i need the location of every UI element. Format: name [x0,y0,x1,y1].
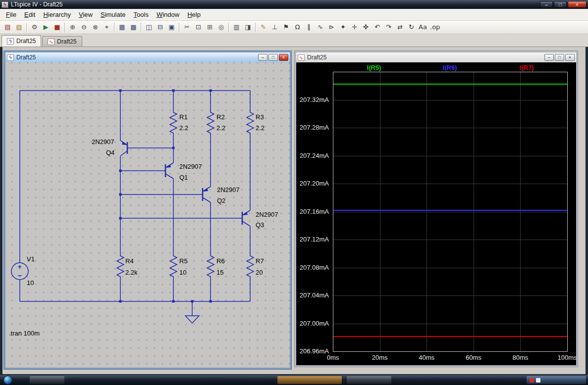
draft-wire-button[interactable]: ✎ [258,22,269,33]
ground-button[interactable]: ⊥ [269,22,280,33]
component-type[interactable]: 2N2907 [179,163,202,170]
zoom-back-button[interactable]: ⊖ [78,22,90,33]
waveform-maximize-button[interactable] [555,54,564,61]
waveform-minimize-button[interactable] [544,54,554,61]
schematic-titlebar[interactable]: Draft25 [5,52,290,62]
system-tray[interactable] [527,376,586,384]
component-value[interactable]: 10 [179,269,186,276]
component-ref[interactable]: R1 [179,113,188,121]
component-type[interactable]: 2N2907 [256,211,278,218]
window-minimize-button[interactable] [540,1,553,8]
redo-button[interactable]: ↷ [383,22,394,33]
menu-view[interactable]: View [75,9,97,20]
component-ref[interactable]: Q2 [217,197,225,204]
component-ref[interactable]: R5 [179,257,188,265]
legend-item-1[interactable]: I(R5) [367,64,381,71]
component-value[interactable]: 2.2 [179,124,188,132]
tray-icon-2[interactable] [536,378,540,383]
component-value[interactable]: 2.2k [125,269,138,276]
legend-item-3[interactable]: I(R7) [520,64,534,71]
mark-unconnected-button[interactable]: ▩ [128,22,139,33]
component-button[interactable]: ✦ [337,22,349,33]
component-value[interactable]: 2.2 [216,124,225,132]
schematic-close-button[interactable] [279,54,288,61]
resistor-button[interactable]: Ω [292,22,303,33]
component-ref[interactable]: R7 [256,257,264,265]
tab-1-draft25[interactable]: Draft25 [1,35,41,47]
schematic-minimize-button[interactable] [258,54,267,61]
window-maximize-button[interactable] [554,1,567,8]
undo-button[interactable]: ↶ [372,22,383,33]
capacitor-button[interactable]: ‖ [303,22,315,33]
drag-button[interactable]: ✜ [360,22,372,33]
menu-help[interactable]: Help [183,9,205,20]
tile-vertical-button[interactable]: ⊟ [155,22,166,33]
component-value[interactable]: 2.2 [256,124,265,132]
component-ref[interactable]: V1 [27,255,35,263]
start-button[interactable] [3,376,12,385]
main-titlebar[interactable]: LTspice IV - Draft25 [0,0,588,9]
diode-button[interactable]: ⊳ [326,22,337,33]
zoom-full-extents-button[interactable]: ⊗ [90,22,101,33]
zoom-in-button[interactable]: ⊕ [67,22,78,33]
component-type[interactable]: 2N2907 [217,186,240,193]
spice-directive[interactable]: .tran 100m [9,330,40,337]
inductor-button[interactable]: ∿ [315,22,326,33]
component-ref[interactable]: R3 [256,113,264,121]
component-value[interactable]: 10 [27,279,34,287]
schematic-canvas[interactable]: R1 2.2 R2 2.2 R3 2.2 2N2907 Q4 2N2907 Q1… [5,62,290,368]
paste-button[interactable]: ⊞ [204,22,215,33]
print-preview-button[interactable]: ◨ [242,22,254,33]
move-button[interactable]: ✛ [349,22,360,33]
find-button[interactable]: ◎ [215,22,227,33]
tray-icon-1[interactable] [530,378,534,383]
copy-button[interactable]: ⊡ [193,22,204,33]
mirror-button[interactable]: ⇄ [394,22,406,33]
schematic-content[interactable]: R1 2.2 R2 2.2 R3 2.2 2N2907 Q4 2N2907 Q1… [5,62,290,368]
component-ref[interactable]: Q1 [179,174,188,181]
pan-button[interactable]: ⌖ [101,22,112,33]
component-ref[interactable]: Q3 [256,221,264,229]
tab-2-draft25[interactable]: Draft25 [42,36,82,47]
open-file-button[interactable]: ▨ [13,22,25,33]
component-value[interactable]: 15 [216,269,223,276]
cut-button[interactable]: ✂ [181,22,193,33]
tile-horizontal-button[interactable]: ◫ [143,22,155,33]
rotate-button[interactable]: ↻ [406,22,417,33]
taskbar-item-2[interactable] [277,376,342,384]
trace-3 [333,336,567,337]
component-type[interactable]: 2N2907 [92,138,114,145]
legend-item-2[interactable]: I(R6) [443,64,457,71]
menu-file[interactable]: File [2,9,20,20]
taskbar-item-3[interactable] [347,376,391,384]
component-value[interactable]: 20 [256,269,263,276]
waveform-close-button[interactable] [565,54,575,61]
component-ref[interactable]: Q4 [106,149,114,156]
run-button[interactable]: ▶ [40,22,52,33]
component-ref[interactable]: R6 [216,257,225,265]
spice-directive-button[interactable]: .op [428,22,441,33]
menu-hierarchy[interactable]: Hierarchy [39,9,75,20]
menu-window[interactable]: Window [153,9,183,20]
taskbar-item-1[interactable] [30,376,64,384]
cascade-windows-button[interactable]: ▣ [166,22,177,33]
halt-button[interactable]: ■ [52,22,63,33]
menu-edit[interactable]: Edit [20,9,39,20]
menu-tools[interactable]: Tools [130,9,153,20]
schematic-maximize-button[interactable] [268,54,278,61]
waveform-titlebar[interactable]: Draft25 [296,52,576,62]
toolbar-separator [26,23,27,32]
text-button[interactable]: Aa [417,22,428,33]
control-panel-button[interactable]: ⚙ [29,22,40,33]
print-button[interactable]: ▥ [231,22,242,33]
component-ref[interactable]: R2 [216,113,225,121]
grid-button[interactable]: ▦ [116,22,128,33]
taskbar [0,375,588,385]
menu-simulate[interactable]: Simulate [97,9,130,20]
new-schematic-button[interactable]: ▤ [2,22,13,33]
net-label-button[interactable]: ⚑ [280,22,292,33]
component-ref[interactable]: R4 [125,257,134,265]
schematic-window: Draft25 [4,51,291,369]
window-close-button[interactable] [568,1,587,8]
waveform-content[interactable]: 207.32mA207.28mA207.24mA207.20mA207.16mA… [296,62,576,365]
